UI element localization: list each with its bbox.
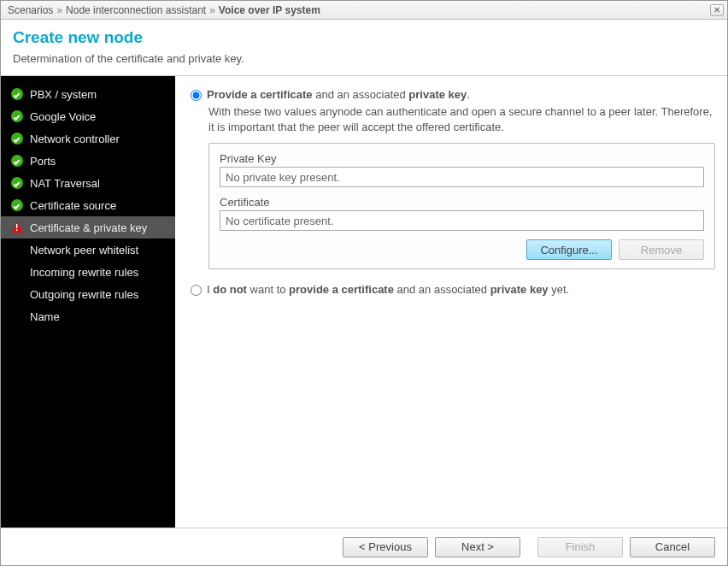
private-key-label: Private Key — [220, 152, 704, 165]
cancel-button[interactable]: Cancel — [630, 537, 715, 557]
sidebar-item-network-ctrl[interactable]: Network controller — [1, 127, 175, 150]
breadcrumb-sep-2: » — [209, 4, 215, 16]
dialog-footer: < Previous Next > Finish Cancel — [1, 528, 727, 565]
sidebar-item-network-peer[interactable]: Network peer whitelist — [1, 239, 175, 261]
option-provide-cert[interactable]: Provide a certificate and an associated … — [191, 88, 715, 101]
next-button[interactable]: Next > — [435, 537, 520, 557]
remove-button: Remove — [619, 239, 704, 260]
breadcrumb-sep-1: » — [56, 4, 62, 16]
sidebar-item-ports[interactable]: Ports — [1, 150, 175, 172]
option-skip-cert-radio[interactable] — [191, 285, 202, 296]
check-icon — [11, 155, 23, 167]
previous-button[interactable]: < Previous — [343, 537, 428, 557]
sidebar-item-cert-key[interactable]: Certificate & private key — [1, 216, 175, 239]
sidebar-item-cert-source[interactable]: Certificate source — [1, 194, 175, 216]
content-area: Provide a certificate and an associated … — [175, 76, 727, 528]
option-provide-cert-description: With these two values anynode can authen… — [208, 104, 715, 134]
page-subtitle: Determination of the certificate and pri… — [13, 52, 715, 65]
option-skip-cert[interactable]: I do not want to provide a certificate a… — [191, 283, 715, 296]
option-provide-cert-radio[interactable] — [191, 90, 202, 101]
check-icon — [11, 177, 23, 189]
check-icon — [11, 110, 23, 122]
option-skip-cert-label: I do not want to provide a certificate a… — [207, 283, 569, 296]
sidebar-item-name[interactable]: Name — [1, 305, 175, 327]
breadcrumb-3: Voice over IP system — [219, 4, 320, 16]
check-icon — [11, 88, 23, 100]
certificate-label: Certificate — [220, 196, 704, 209]
certificate-field[interactable] — [220, 210, 704, 231]
page-header: Create new node Determination of the cer… — [1, 20, 727, 76]
breadcrumb-1[interactable]: Scenarios — [8, 4, 53, 16]
finish-button: Finish — [537, 537, 623, 557]
page-title: Create new node — [13, 28, 715, 47]
cert-fieldset: Private Key Certificate Configure... Rem… — [208, 143, 715, 269]
sidebar-item-nat-traversal[interactable]: NAT Traversal — [1, 172, 175, 194]
sidebar-item-outgoing[interactable]: Outgoing rewrite rules — [1, 283, 175, 305]
breadcrumb-2[interactable]: Node interconnection assistant — [66, 4, 206, 16]
wizard-step-list: PBX / system Google Voice Network contro… — [1, 76, 175, 528]
check-icon — [11, 199, 23, 211]
configure-button[interactable]: Configure... — [526, 239, 612, 260]
warning-icon — [11, 222, 23, 233]
sidebar-item-incoming[interactable]: Incoming rewrite rules — [1, 261, 175, 283]
dialog-window: Scenarios » Node interconnection assista… — [0, 0, 728, 566]
sidebar-item-pbx[interactable]: PBX / system — [1, 83, 175, 105]
close-icon[interactable]: ✕ — [710, 4, 724, 16]
option-provide-cert-label: Provide a certificate and an associated … — [207, 88, 470, 101]
check-icon — [11, 133, 23, 144]
dialog-body: PBX / system Google Voice Network contro… — [1, 76, 727, 528]
sidebar-item-google-voice[interactable]: Google Voice — [1, 105, 175, 127]
title-bar: Scenarios » Node interconnection assista… — [1, 1, 727, 20]
private-key-field[interactable] — [220, 167, 704, 187]
